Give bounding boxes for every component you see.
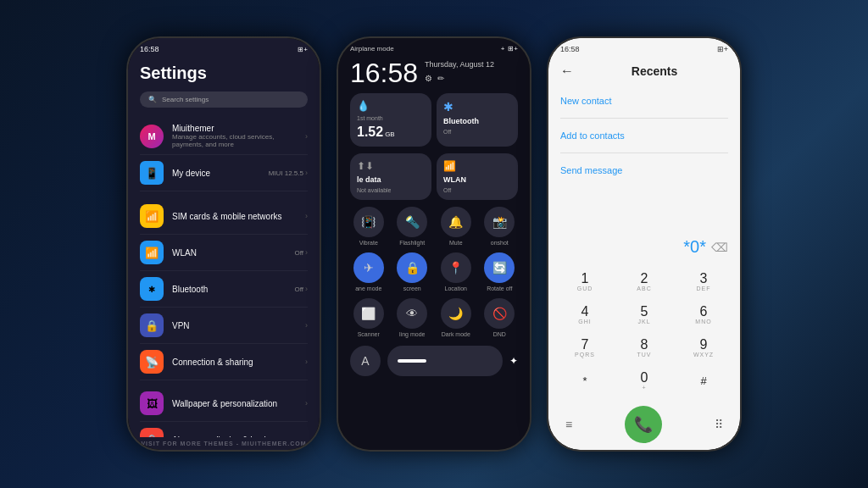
chevron-icon: › [305, 321, 308, 330]
bluetooth-tile-icon: ✱ [443, 100, 511, 114]
status-bar-settings: 16:58 ⊞+ [128, 38, 320, 57]
qs-tiles-row2: ⬆⬇ le data Not available 📶 WLAN Off [338, 150, 530, 203]
flashlight-btn[interactable]: 🔦 Flashlight [394, 207, 431, 246]
airplane-btn[interactable]: ✈ ane mode [350, 252, 387, 291]
my-device-item[interactable]: 📱 My device MIUI 12.5.5 › [140, 155, 308, 191]
quick-settings-screen: Airplane mode + ⊞+ 16:58 Thursday, Augus… [338, 38, 530, 450]
vpn-text: VPN [172, 321, 297, 330]
dialpad-grid: 1 GUD 2 ABC 3 DEF 4 GHI 5 JKL 6 MNO [548, 263, 740, 399]
wlan-item[interactable]: 📶 WLAN Off › [140, 235, 308, 271]
call-button[interactable]: 📞 [625, 406, 662, 443]
dial-key-1[interactable]: 1 GUD [557, 267, 613, 297]
dial-key-8[interactable]: 8 TUV [616, 333, 672, 363]
sim-cards-item[interactable]: 📶 SIM cards & mobile networks › [140, 198, 308, 235]
dial-key-0[interactable]: 0 + [616, 366, 672, 396]
chevron-icon: › [305, 358, 308, 366]
airplane-label: ane mode [355, 286, 381, 291]
bluetooth-icon: ✱ [140, 277, 164, 301]
mute-btn[interactable]: 🔔 Mute [437, 207, 475, 246]
back-button[interactable]: ← [560, 64, 574, 79]
recents-actions-list: New contact Add to contacts Send message [548, 86, 740, 186]
ling-mode-btn[interactable]: 👁 ling mode [394, 298, 431, 337]
data-value-row: 1.52 GB [357, 125, 425, 140]
dial-display: *0* ⌫ [548, 230, 740, 263]
battery-icon: ⊞+ [298, 46, 308, 53]
qs-active-grid: ✈ ane mode 🔒 screen 📍 Location 🔄 Rotate … [338, 249, 530, 295]
location-label: Location [445, 286, 467, 291]
keypad-icon[interactable]: ⠿ [715, 418, 723, 431]
dnd-btn[interactable]: 🚫 DND [481, 298, 519, 337]
wallpaper-item[interactable]: 🖼 Wallpaper & personalization › [140, 385, 308, 422]
my-device-value: MIUI 12.5.5 › [269, 169, 308, 177]
data-tile[interactable]: 💧 1st month 1.52 GB [350, 93, 431, 147]
scanner-btn[interactable]: ⬜ Scanner [350, 298, 387, 337]
qs-status-right: + ⊞+ [501, 45, 518, 53]
status-bar-right: ⊞+ [298, 46, 308, 53]
brightness-fill [398, 359, 426, 363]
connection-icon: 📡 [140, 350, 164, 374]
bluetooth-tile-status: Off [443, 129, 511, 135]
mute-icon: 🔔 [441, 207, 471, 237]
add-to-contacts-action[interactable]: Add to contacts [560, 127, 728, 144]
dnd-icon: 🚫 [484, 298, 515, 329]
flashlight-label: Flashlight [399, 240, 425, 246]
spacer [548, 186, 740, 230]
dial-key-2[interactable]: 2 ABC [616, 267, 672, 297]
recents-bottom-bar: ≡ 📞 ⠿ [548, 399, 740, 450]
qs-bottom-grid: ⬜ Scanner 👁 ling mode 🌙 Dark mode 🚫 DND [338, 295, 530, 341]
new-contact-action[interactable]: New contact [560, 92, 728, 109]
sim-icon: 📶 [140, 204, 164, 228]
account-name: Miuithemer [172, 124, 297, 133]
search-icon: 🔍 [148, 96, 157, 103]
brightness-slider[interactable] [387, 346, 503, 376]
send-message-action[interactable]: Send message [560, 162, 728, 179]
bluetooth-item[interactable]: ✱ Bluetooth Off › [140, 271, 308, 308]
location-btn[interactable]: 📍 Location [437, 252, 475, 291]
bluetooth-tile[interactable]: ✱ Bluetooth Off [437, 93, 518, 147]
nav-menu-icon[interactable]: ≡ [565, 418, 572, 431]
avatar: M [140, 125, 164, 148]
dnd-label: DND [493, 331, 506, 337]
account-text: Miuithemer Manage accounts, cloud servic… [172, 124, 297, 148]
a-button[interactable]: A [350, 346, 381, 376]
account-item[interactable]: M Miuithemer Manage accounts, cloud serv… [140, 118, 308, 155]
ling-label: ling mode [399, 331, 425, 337]
vpn-item[interactable]: 🔒 VPN › [140, 308, 308, 344]
chevron-icon: › [305, 399, 308, 408]
rotate-icon: 🔄 [484, 252, 515, 283]
recents-status-bar: 16:58 ⊞+ [548, 38, 740, 57]
chevron-icon: › [305, 248, 308, 257]
dial-key-5[interactable]: 5 JKL [616, 300, 672, 330]
phone-recents: 16:58 ⊞+ ← Recents New contact Add to co… [547, 36, 742, 452]
vpn-icon: 🔒 [140, 313, 164, 337]
dial-key-4[interactable]: 4 GHI [557, 300, 613, 330]
settings-title: Settings [140, 64, 308, 83]
mobile-data-tile[interactable]: ⬆⬇ le data Not available [350, 153, 431, 200]
connection-item[interactable]: 📡 Connection & sharing › [140, 344, 308, 380]
edit-date-icon: ✏ [437, 74, 444, 83]
dark-mode-btn[interactable]: 🌙 Dark mode [437, 298, 475, 337]
vibrate-btn[interactable]: 📳 Vibrate [350, 207, 387, 246]
dial-key-3[interactable]: 3 DEF [676, 267, 732, 297]
dial-key-hash[interactable]: # [676, 366, 732, 396]
wallpaper-icon: 🖼 [140, 391, 164, 415]
screenshot-btn[interactable]: 📸 onshot [481, 207, 519, 246]
status-time: 16:58 [140, 45, 159, 53]
lock-screen-item[interactable]: 🔒 Always-on display & Lock screen › [140, 422, 308, 437]
my-device-text: My device [172, 169, 260, 178]
rotate-btn[interactable]: 🔄 Rotate off [481, 252, 519, 291]
dial-key-9[interactable]: 9 WXYZ [676, 333, 732, 363]
phone-settings: 16:58 ⊞+ Settings 🔍 Search settings M Mi… [126, 36, 321, 452]
wallpaper-label: Wallpaper & personalization [172, 399, 297, 408]
screen-btn[interactable]: 🔒 screen [394, 252, 431, 291]
backspace-button[interactable]: ⌫ [711, 241, 728, 254]
account-subtitle: Manage accounts, cloud services, payment… [172, 133, 297, 148]
call-icon: 📞 [634, 415, 653, 434]
dial-key-6[interactable]: 6 MNO [676, 300, 732, 330]
search-bar[interactable]: 🔍 Search settings [140, 92, 308, 108]
qs-bottom-row: A ✦ [338, 341, 530, 381]
dial-key-7[interactable]: 7 PQRS [557, 333, 613, 363]
dial-key-star[interactable]: * [557, 366, 613, 396]
wlan-tile[interactable]: 📶 WLAN Off [437, 153, 518, 200]
wlan-value: Off › [294, 248, 308, 257]
